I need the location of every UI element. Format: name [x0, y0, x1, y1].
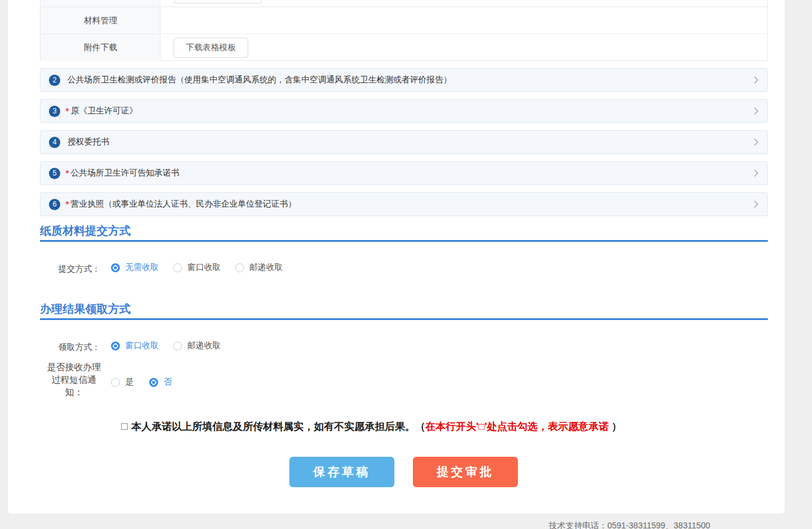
- form-card: 材料管理 附件下载 下载表格模板 2 公共场所卫生检测或评价报告（使用集中空调通…: [7, 0, 785, 513]
- radio-label: 否: [163, 377, 172, 387]
- required-asterisk: *: [66, 168, 69, 178]
- sms-notify-options: 是 否: [111, 377, 172, 387]
- material-title: 营业执照（或事业单位法人证书、民办非企业单位登记证书）: [70, 199, 296, 210]
- result-section-title: 办理结果领取方式: [40, 302, 131, 317]
- radio-option[interactable]: 邮递收取: [173, 340, 221, 351]
- page: 材料管理 附件下载 下载表格模板 2 公共场所卫生检测或评价报告（使用集中空调通…: [0, 0, 812, 529]
- chevron-right-icon: [754, 107, 759, 115]
- material-title: 公共场所卫生许可告知承诺书: [70, 168, 179, 179]
- radio-label: 窗口收取: [187, 262, 221, 273]
- material-item-4[interactable]: 4 授权委托书: [40, 130, 768, 154]
- section-divider: [40, 240, 768, 242]
- commitment-row: 本人承诺以上所填信息及所传材料属实，如有不实愿承担后果。（在本行开头'□'处点击…: [121, 419, 622, 434]
- required-asterisk: *: [66, 199, 69, 209]
- radio-icon[interactable]: [173, 342, 182, 350]
- material-item-3[interactable]: 3 * 原《卫生许可证》: [40, 99, 768, 123]
- section-divider: [40, 318, 768, 320]
- commitment-text-suffix: ）: [612, 421, 622, 432]
- number-badge: 4: [49, 137, 60, 148]
- material-item-5[interactable]: 5 * 公共场所卫生许可告知承诺书: [40, 161, 768, 185]
- radio-label: 邮递收取: [187, 340, 221, 351]
- radio-icon[interactable]: [149, 378, 158, 387]
- radio-option[interactable]: 无需收取: [111, 262, 159, 273]
- sms-label-line: 知：: [44, 386, 104, 398]
- radio-option[interactable]: 否: [149, 377, 172, 387]
- paper-section-title: 纸质材料提交方式: [40, 223, 131, 239]
- pickup-method-options: 窗口收取 邮递收取: [111, 340, 221, 351]
- pickup-method-label: 领取方式：: [40, 341, 100, 353]
- radio-icon[interactable]: [235, 263, 244, 272]
- radio-option[interactable]: 窗口收取: [111, 340, 159, 351]
- material-item-2[interactable]: 2 公共场所卫生检测或评价报告（使用集中空调通风系统的，含集中空调通风系统卫生检…: [40, 68, 768, 92]
- required-asterisk: *: [66, 106, 69, 116]
- radio-option[interactable]: 邮递收取: [235, 262, 283, 273]
- commitment-text-main: 本人承诺以上所填信息及所传材料属实，如有不实愿承担后果。（: [131, 421, 425, 432]
- truncated-input[interactable]: [174, 0, 262, 4]
- material-title: 公共场所卫生检测或评价报告（使用集中空调通风系统的，含集中空调通风系统卫生检测或…: [67, 75, 452, 85]
- radio-option[interactable]: 是: [111, 377, 134, 387]
- table-row: 附件下载 下载表格模板: [41, 34, 767, 61]
- save-draft-button[interactable]: 保存草稿: [289, 457, 394, 487]
- chevron-right-icon: [754, 138, 759, 146]
- attachment-download-label: 附件下载: [41, 34, 160, 61]
- submit-method-options: 无需收取 窗口收取 邮递收取: [111, 262, 283, 273]
- support-phone-text: 技术支持电话：0591-38311599、38311500: [549, 521, 710, 529]
- submit-method-label: 提交方式：: [40, 263, 100, 275]
- sms-notify-label: 是否接收办理 过程短信通 知：: [44, 361, 104, 398]
- radio-label: 邮递收取: [249, 262, 283, 273]
- radio-icon[interactable]: [111, 342, 120, 350]
- commitment-text-red: 在本行开头'□'处点击勾选，表示愿意承诺: [425, 421, 609, 432]
- radio-label: 窗口收取: [125, 340, 159, 351]
- table-row: 材料管理: [41, 7, 767, 34]
- sms-label-line: 是否接收办理: [44, 361, 104, 373]
- material-item-6[interactable]: 6 * 营业执照（或事业单位法人证书、民办非企业单位登记证书）: [40, 192, 768, 216]
- download-template-button[interactable]: 下载表格模板: [174, 38, 248, 58]
- radio-label: 是: [125, 377, 134, 387]
- radio-icon[interactable]: [173, 263, 182, 272]
- number-badge: 2: [49, 75, 60, 86]
- submit-approval-button[interactable]: 提交审批: [413, 457, 518, 487]
- commitment-checkbox[interactable]: [121, 423, 128, 430]
- number-badge: 3: [49, 106, 60, 117]
- material-manage-label: 材料管理: [41, 7, 160, 34]
- radio-option[interactable]: 窗口收取: [173, 262, 221, 273]
- radio-icon[interactable]: [111, 378, 120, 387]
- radio-icon[interactable]: [111, 263, 120, 272]
- chevron-right-icon: [754, 169, 759, 177]
- material-title: 原《卫生许可证》: [70, 106, 137, 116]
- chevron-right-icon: [754, 200, 759, 208]
- commitment-text: 本人承诺以上所填信息及所传材料属实，如有不实愿承担后果。（在本行开头'□'处点击…: [131, 419, 622, 434]
- radio-label: 无需收取: [125, 262, 159, 273]
- sms-label-line: 过程短信通: [44, 373, 104, 386]
- table-row-truncated: [41, 0, 767, 7]
- chevron-right-icon: [754, 76, 759, 84]
- material-title: 授权委托书: [67, 137, 109, 147]
- number-badge: 6: [49, 199, 60, 210]
- number-badge: 5: [49, 168, 60, 179]
- attachment-table: 材料管理 附件下载 下载表格模板: [40, 0, 768, 61]
